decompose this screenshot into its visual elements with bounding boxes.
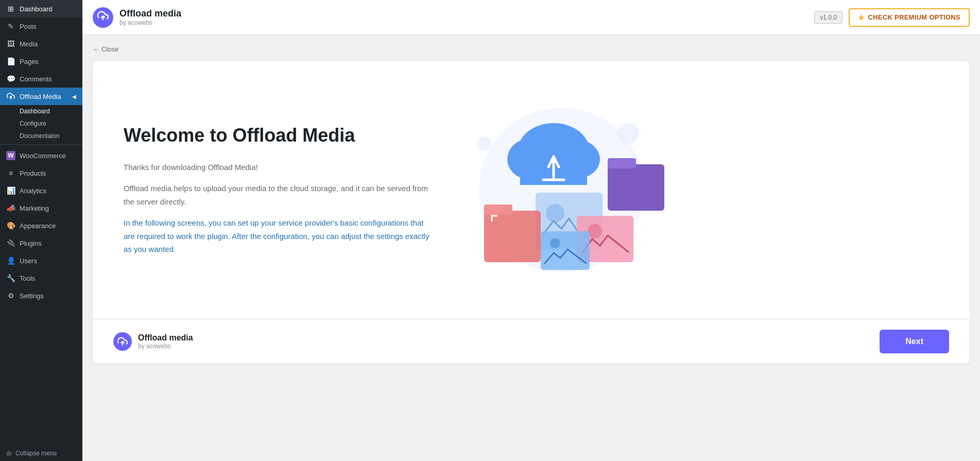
media-icon: 🖼 [6, 39, 15, 48]
appearance-icon: 🎨 [6, 221, 15, 230]
footer-logo [113, 332, 132, 351]
sidebar-item-label: Marketing [20, 204, 49, 212]
welcome-desc-2: Offload media helps to upload your media… [124, 182, 433, 208]
sidebar-item-label: Products [20, 169, 46, 177]
version-badge: v1.0.0 [814, 11, 843, 24]
premium-button-label: CHECK PREMIUM OPTIONS [868, 13, 960, 21]
card-illustration [453, 92, 669, 288]
sidebar-item-comments[interactable]: 💬 Comments [0, 70, 82, 88]
posts-icon: ✎ [6, 22, 15, 31]
collapse-icon: ◎ [6, 450, 11, 457]
footer-subtitle: by acowebs [138, 343, 193, 350]
sidebar-item-products[interactable]: ≡ Products [0, 164, 82, 182]
welcome-title: Welcome to Offload Media [124, 125, 433, 146]
sidebar-item-label: Pages [20, 58, 39, 65]
footer-title: Offload media [138, 333, 193, 343]
plugin-title-group: Offload media by acowebs [119, 8, 181, 26]
sidebar-item-label: Posts [20, 23, 37, 30]
content-area: ← Close Welcome to Offload Media Thanks … [82, 35, 980, 461]
star-icon: ★ [858, 13, 865, 22]
close-link[interactable]: ← Close [93, 45, 118, 53]
sidebar: ⊞ Dashboard ✎ Posts 🖼 Media 📄 Pages 💬 Co… [0, 0, 82, 461]
sidebar-item-offload-media[interactable]: Offload Media ◀ [0, 88, 82, 105]
collapse-menu-button[interactable]: ◎ Collapse menu [0, 446, 82, 461]
footer-logo-group: Offload media by acowebs [113, 332, 193, 351]
wizard-card: Welcome to Offload Media Thanks for down… [93, 61, 970, 364]
sidebar-item-analytics[interactable]: 📊 Analytics [0, 182, 82, 199]
comments-icon: 💬 [6, 74, 15, 83]
card-footer: Offload media by acowebs Next [93, 319, 970, 364]
sidebar-item-settings[interactable]: ⚙ Settings [0, 287, 82, 304]
svg-rect-16 [484, 204, 512, 215]
sidebar-item-plugins[interactable]: 🔌 Plugins [0, 234, 82, 252]
products-icon: ≡ [6, 168, 15, 178]
sidebar-item-tools[interactable]: 🔧 Tools [0, 269, 82, 287]
sidebar-item-marketing[interactable]: 📣 Marketing [0, 199, 82, 217]
plugin-title: Offload media [119, 8, 181, 19]
sidebar-sub-documentation[interactable]: Documentaion [0, 130, 82, 142]
svg-rect-5 [608, 164, 664, 211]
sidebar-item-posts[interactable]: ✎ Posts [0, 18, 82, 35]
sidebar-item-label: Users [20, 257, 37, 265]
dashboard-icon: ⊞ [6, 4, 15, 13]
svg-point-4 [477, 136, 491, 151]
users-icon: 👤 [6, 256, 15, 265]
sidebar-item-label: Comments [20, 75, 52, 83]
plugin-logo [93, 7, 113, 28]
svg-point-18 [588, 224, 602, 238]
welcome-desc-3: In the following screens, you can set up… [124, 216, 433, 256]
sidebar-item-woocommerce[interactable]: W WooCommerce [0, 147, 82, 164]
analytics-icon: 📊 [6, 186, 15, 195]
premium-button[interactable]: ★ CHECK PREMIUM OPTIONS [849, 8, 970, 27]
sidebar-item-label: Tools [20, 275, 35, 282]
sidebar-item-appearance[interactable]: 🎨 Appearance [0, 217, 82, 234]
sidebar-item-label: Settings [20, 292, 44, 300]
svg-point-3 [618, 123, 639, 144]
settings-icon: ⚙ [6, 291, 15, 300]
cloud-upload-icon [97, 10, 109, 24]
woocommerce-icon: W [6, 151, 15, 160]
marketing-icon: 📣 [6, 203, 15, 213]
card-body: Welcome to Offload Media Thanks for down… [93, 61, 970, 319]
sidebar-item-users[interactable]: 👤 Users [0, 252, 82, 269]
sidebar-item-label: WooCommerce [20, 152, 66, 160]
sidebar-sub-configure[interactable]: Configure [0, 117, 82, 130]
sidebar-item-pages[interactable]: 📄 Pages [0, 53, 82, 70]
sidebar-item-media[interactable]: 🖼 Media [0, 35, 82, 53]
offload-media-icon [6, 92, 15, 101]
sidebar-sub-dashboard[interactable]: Dashboard [0, 105, 82, 117]
sidebar-item-label: Analytics [20, 187, 46, 195]
sidebar-item-label: Media [20, 40, 38, 48]
welcome-desc-1: Thanks for downloading Offload Media! [124, 161, 433, 174]
pages-icon: 📄 [6, 57, 15, 66]
back-arrow-icon: ← [93, 45, 99, 53]
tools-icon: 🔧 [6, 274, 15, 283]
svg-point-20 [550, 238, 560, 248]
sidebar-item-label: Offload Media [20, 93, 61, 100]
sidebar-item-dashboard[interactable]: ⊞ Dashboard [0, 0, 82, 18]
svg-rect-6 [608, 158, 636, 168]
card-text-section: Welcome to Offload Media Thanks for down… [124, 125, 433, 256]
topbar: Offload media by acowebs v1.0.0 ★ CHECK … [82, 0, 980, 35]
plugins-icon: 🔌 [6, 238, 15, 248]
next-button[interactable]: Next [880, 330, 949, 353]
plugin-subtitle: by acowebs [119, 19, 181, 26]
footer-title-group: Offload media by acowebs [138, 333, 193, 350]
svg-rect-19 [541, 231, 590, 270]
main-area: Offload media by acowebs v1.0.0 ★ CHECK … [82, 0, 980, 461]
sidebar-item-label: Dashboard [20, 5, 53, 13]
svg-point-14 [546, 204, 564, 223]
sidebar-item-label: Appearance [20, 222, 56, 230]
sidebar-item-label: Plugins [20, 240, 42, 247]
